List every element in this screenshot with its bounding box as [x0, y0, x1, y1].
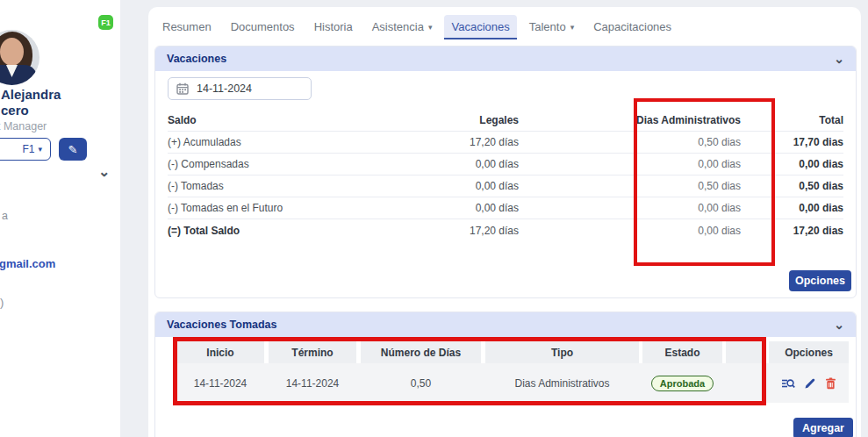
table-row: (-) Compensadas 0,00 días 0,00 dias 0,00…: [168, 154, 843, 176]
vacaciones-panel: Vacaciones ⌄ 14-11-2024 Saldo Legales Di: [154, 46, 857, 298]
tab-talento[interactable]: Talento▾: [522, 15, 581, 39]
agregar-button[interactable]: Agregar: [793, 418, 853, 437]
sidebar-text-fragment-bottom: ): [0, 296, 4, 309]
vacaciones-tomadas-table: Inicio Término Número de Días Tipo Estad…: [176, 341, 849, 403]
tab-vacaciones[interactable]: Vacaciones: [444, 15, 516, 39]
saldo-table: Saldo Legales Dias Administrativos Total…: [168, 110, 843, 241]
avatar-suit: [0, 65, 37, 85]
company-dropdown-label: F1: [22, 143, 34, 155]
sidebar-collapse-chevron-icon[interactable]: ⌄: [98, 163, 110, 180]
avatar-face: [0, 38, 24, 66]
vacaciones-panel-header: Vacaciones ⌄: [155, 47, 856, 71]
tab-capacitaciones[interactable]: Capacitaciones: [586, 15, 678, 39]
company-dropdown[interactable]: F1 ▾: [0, 138, 51, 161]
employee-sidebar: F1 Alejandra cero t Manager F1 ▾ ✎ ⌄ a g…: [0, 0, 120, 437]
vacaciones-tomadas-panel: Vacaciones Tomadas ⌄ Inicio Término Núme…: [154, 312, 857, 437]
inicio-cell: 14-11-2024: [176, 377, 264, 390]
edit-profile-button[interactable]: ✎: [59, 138, 87, 161]
tab-documentos[interactable]: Documentos: [224, 15, 302, 39]
pencil-icon: ✎: [68, 143, 78, 156]
status-badge: Aprobada: [651, 376, 714, 391]
zoom-details-icon[interactable]: [781, 377, 795, 390]
row-options-cell: [769, 377, 849, 390]
panel-title: Vacaciones: [167, 53, 226, 65]
sidebar-text-fragment-top: a: [2, 210, 8, 222]
numero-dias-cell: 0,50: [361, 377, 481, 390]
collapse-chevron-icon[interactable]: ⌄: [834, 320, 844, 329]
trash-icon[interactable]: [825, 377, 836, 390]
employee-name-line1: Alejandra: [1, 87, 61, 102]
tab-asistencia[interactable]: Asistencia▾: [365, 15, 440, 39]
date-value: 14-11-2024: [197, 82, 252, 95]
company-badge: F1: [98, 15, 113, 30]
employee-name-line2: cero: [1, 103, 29, 118]
table-row: (-) Tomadas 0,00 días 0,50 dias 0,50 dia…: [168, 176, 843, 197]
collapse-chevron-icon[interactable]: ⌄: [834, 54, 844, 63]
table-row: (+) Acumuladas 17,20 días 0,50 dias 17,7…: [168, 132, 843, 154]
calendar-icon: [176, 82, 189, 95]
tomadas-table-row: 14-11-2024 14-11-2024 0,50 Dias Administ…: [176, 363, 849, 403]
profile-tabs: Resumen Documentos Historia Asistencia▾ …: [155, 15, 678, 39]
termino-cell: 14-11-2024: [269, 377, 356, 390]
table-row-total: (=) Total Saldo 17,20 días 0,00 dias 17,…: [168, 219, 843, 241]
employee-email-link[interactable]: gmail.com: [0, 257, 55, 270]
tomadas-table-header: Inicio Término Número de Días Tipo Estad…: [176, 341, 849, 363]
tab-resumen[interactable]: Resumen: [155, 15, 219, 39]
tab-historia[interactable]: Historia: [307, 15, 360, 39]
employee-vacations-page: F1 Alejandra cero t Manager F1 ▾ ✎ ⌄ a g…: [0, 0, 868, 437]
panel-title: Vacaciones Tomadas: [167, 319, 277, 331]
caret-down-icon: ▾: [570, 23, 575, 32]
caret-down-icon: ▾: [38, 145, 42, 154]
edit-pencil-icon[interactable]: [804, 377, 816, 390]
avatar: [0, 30, 39, 85]
table-row: (-) Tomadas en el Futuro 0,00 días 0,00 …: [168, 197, 843, 219]
caret-down-icon: ▾: [428, 23, 433, 32]
saldo-table-header: Saldo Legales Dias Administrativos Total: [168, 110, 843, 132]
estado-cell: Aprobada: [642, 376, 722, 391]
tipo-cell: Dias Administrativos: [485, 377, 639, 390]
vacaciones-tomadas-panel-header: Vacaciones Tomadas ⌄: [155, 312, 856, 337]
employee-role: t Manager: [0, 120, 47, 133]
opciones-button[interactable]: Opciones: [789, 270, 851, 291]
date-picker-input[interactable]: 14-11-2024: [168, 77, 312, 100]
